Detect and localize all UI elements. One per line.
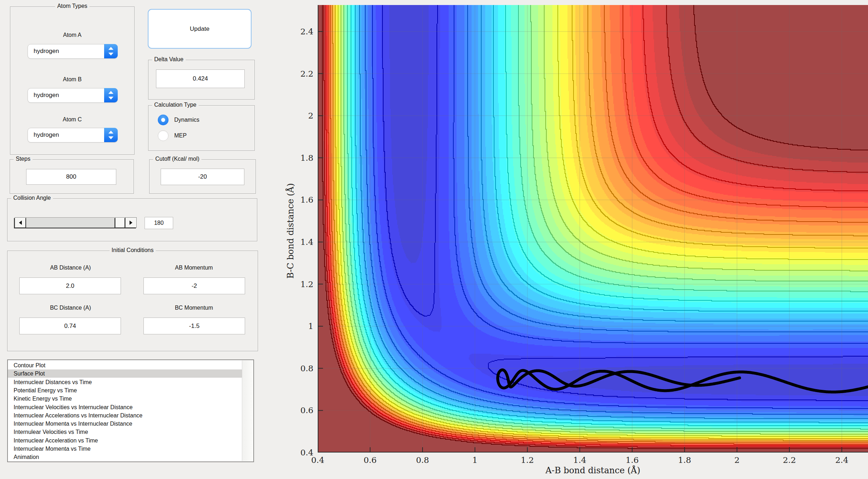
list-item[interactable]: Internuclear Accelerations vs Internucle…: [8, 411, 242, 420]
plot-type-listbox[interactable]: Contour PlotSurface PlotInternuclear Dis…: [7, 359, 254, 462]
right-arrow-icon: [130, 221, 132, 225]
radio-mep[interactable]: MEP: [158, 130, 187, 141]
collision-angle-title: Collision Angle: [11, 195, 53, 201]
bc-distance-field[interactable]: [19, 318, 121, 334]
calculation-type-panel: Calculation Type Dynamics MEP: [148, 105, 255, 151]
y-tick-label: 2: [288, 111, 313, 120]
app-window: { "atom_types": { "title": "Atom Types",…: [0, 0, 868, 479]
x-tick-label: 0.8: [416, 455, 429, 465]
radio-unselected-icon[interactable]: [158, 130, 169, 141]
list-item[interactable]: Internuclear Velocities vs Internuclear …: [8, 403, 242, 411]
atom-b-label: Atom B: [10, 76, 134, 83]
atom-c-dropdown[interactable]: hydrogen: [28, 128, 118, 142]
radio-selected-icon[interactable]: [158, 115, 169, 125]
radio-mep-label: MEP: [174, 132, 187, 139]
steps-field[interactable]: [26, 169, 116, 185]
y-tick-label: 0.4: [288, 448, 313, 457]
x-tick-label: 1: [472, 455, 478, 465]
atom-b-value: hydrogen: [34, 88, 59, 102]
x-tick-label: 1.8: [678, 455, 691, 465]
initial-conditions-panel: Initial Conditions AB Distance (A) AB Mo…: [7, 251, 258, 351]
pes-contour-plot-canvas: [318, 5, 868, 453]
list-item[interactable]: Internulear Velocities vs Time: [8, 428, 242, 436]
x-tick-label: 1.2: [521, 455, 534, 465]
atom-c-value: hydrogen: [34, 128, 59, 142]
y-tick-label: 1: [288, 321, 313, 331]
x-axis-label: A-B bond distance (Å): [545, 465, 640, 475]
y-tick-label: 2.2: [288, 69, 313, 78]
radio-dynamics[interactable]: Dynamics: [158, 114, 199, 125]
slider-left-arrow-button[interactable]: [15, 217, 26, 228]
cutoff-panel: Cutoff (Kcal/ mol): [149, 159, 256, 194]
x-tick-label: 2.4: [835, 455, 848, 465]
dropdown-chevrons-icon: [104, 44, 118, 58]
atom-c-label: Atom C: [10, 116, 134, 123]
atom-a-value: hydrogen: [34, 44, 59, 58]
ab-distance-label: AB Distance (A): [20, 265, 121, 271]
update-button[interactable]: Update: [148, 9, 252, 49]
delta-value-title: Delta Value: [152, 56, 186, 63]
list-item[interactable]: Surface Plot: [8, 369, 242, 378]
y-tick-label: 2.4: [288, 27, 313, 36]
list-item[interactable]: Contour Plot: [8, 361, 242, 369]
bc-momentum-field[interactable]: [143, 318, 245, 334]
atom-types-title: Atom Types: [55, 3, 89, 9]
list-item[interactable]: Internuclear Momenta vs Internuclear Dis…: [8, 420, 242, 428]
left-arrow-icon: [19, 221, 22, 225]
delta-value-panel: Delta Value: [148, 60, 255, 100]
cutoff-field[interactable]: [161, 169, 244, 185]
atom-b-dropdown[interactable]: hydrogen: [28, 88, 118, 103]
atom-a-label: Atom A: [10, 32, 134, 38]
steps-title: Steps: [14, 156, 33, 162]
slider-track[interactable]: [26, 217, 115, 228]
ab-distance-field[interactable]: [19, 277, 121, 294]
list-item[interactable]: Kinetic Energy vs Time: [8, 395, 242, 403]
slider-right-arrow-button[interactable]: [125, 217, 137, 228]
bc-momentum-label: BC Momentum: [143, 305, 244, 311]
cutoff-title: Cutoff (Kcal/ mol): [153, 156, 201, 162]
list-item[interactable]: Internuclear Momenta vs Time: [8, 445, 242, 453]
y-tick-label: 0.8: [288, 364, 313, 373]
collision-angle-panel: Collision Angle: [7, 198, 257, 241]
list-item[interactable]: Internuclear Distances vs Time: [8, 378, 242, 386]
listbox-scrollbar[interactable]: [242, 361, 253, 461]
x-tick-label: 1.4: [573, 455, 586, 465]
bc-distance-label: BC Distance (A): [20, 305, 121, 311]
list-item[interactable]: Animation: [8, 453, 242, 461]
ab-momentum-field[interactable]: [143, 277, 245, 294]
dropdown-chevrons-icon: [104, 128, 118, 142]
x-tick-label: 0.6: [364, 455, 377, 465]
collision-angle-slider[interactable]: [15, 217, 137, 228]
slider-thumb[interactable]: [115, 217, 125, 228]
calculation-type-title: Calculation Type: [152, 102, 199, 108]
initial-conditions-title: Initial Conditions: [109, 247, 156, 253]
y-axis-label: B-C bond distance (Å): [286, 183, 296, 279]
delta-value-field[interactable]: [156, 69, 245, 88]
atom-types-panel: Atom Types Atom A hydrogen Atom B hydrog…: [10, 6, 135, 155]
dropdown-chevrons-icon: [104, 88, 118, 102]
collision-angle-field[interactable]: [145, 217, 173, 229]
x-tick-label: 1.6: [626, 455, 639, 465]
y-tick-label: 1.2: [288, 280, 313, 289]
y-tick-label: 0.6: [288, 406, 313, 415]
x-tick-label: 2.2: [783, 455, 796, 465]
radio-dynamics-label: Dynamics: [174, 117, 199, 123]
atom-a-dropdown[interactable]: hydrogen: [28, 44, 118, 59]
list-item[interactable]: Internuclear Acceleration vs Time: [8, 436, 242, 445]
steps-panel: Steps: [10, 159, 134, 194]
list-item[interactable]: Potential Energy vs Time: [8, 386, 242, 395]
y-tick-label: 1.8: [288, 153, 313, 163]
x-tick-label: 2: [734, 455, 740, 465]
ab-momentum-label: AB Momentum: [143, 265, 244, 271]
